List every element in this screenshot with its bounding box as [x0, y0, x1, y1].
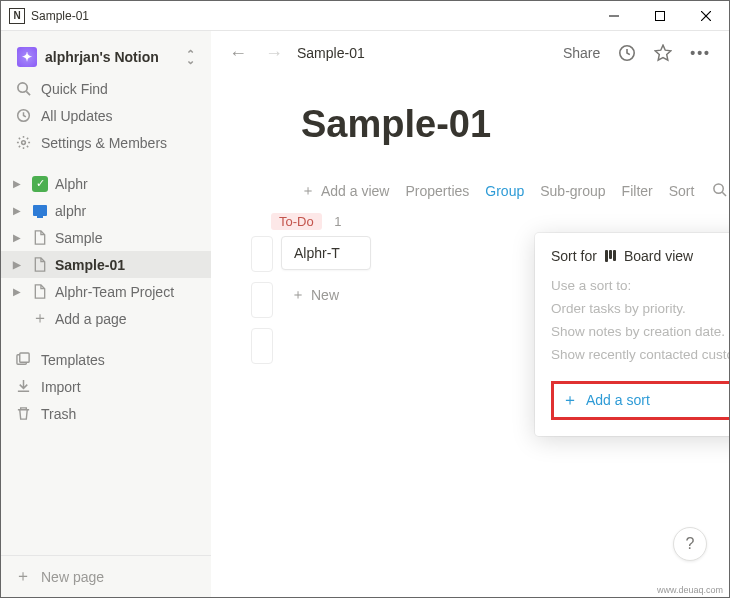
- all-updates[interactable]: All Updates: [1, 102, 211, 129]
- page-label: alphr: [55, 203, 86, 219]
- minimize-button[interactable]: [591, 1, 637, 31]
- page-title[interactable]: Sample-01: [301, 103, 729, 146]
- trash-icon: [15, 406, 31, 421]
- sidebar-page-team-project[interactable]: ▶ Alphr-Team Project: [1, 278, 211, 305]
- sidebar-page-alphr-2[interactable]: ▶ alphr: [1, 197, 211, 224]
- board-card[interactable]: Alphr-T: [281, 236, 371, 270]
- plus-icon: ＋: [562, 390, 578, 411]
- triangle-icon[interactable]: ▶: [13, 232, 25, 243]
- document-icon: [31, 230, 49, 245]
- plus-icon: ＋: [301, 182, 315, 200]
- templates-label: Templates: [41, 352, 105, 368]
- sidebar-page-sample[interactable]: ▶ Sample: [1, 224, 211, 251]
- sort-popover: Sort for Board view ? Use a sort to: Ord…: [535, 233, 730, 436]
- help-fab[interactable]: ?: [673, 527, 707, 561]
- triangle-icon[interactable]: ▶: [13, 259, 25, 270]
- close-button[interactable]: [683, 1, 729, 31]
- workspace-switcher[interactable]: ✦ alphrjan's Notion ⌃⌄: [11, 43, 201, 71]
- board-view-label[interactable]: Board view: [624, 248, 693, 264]
- favorite-icon[interactable]: [650, 40, 676, 66]
- page-label: Sample-01: [55, 257, 125, 273]
- desc-line: Order tasks by priority.: [551, 298, 730, 321]
- sidebar: ✦ alphrjan's Notion ⌃⌄ Quick Find All Up…: [1, 31, 211, 597]
- import[interactable]: Import: [1, 373, 211, 400]
- search-icon: [15, 81, 31, 96]
- sort-description: Use a sort to: Order tasks by priority. …: [551, 275, 730, 367]
- card-placeholder[interactable]: [251, 236, 273, 272]
- desc-line: Use a sort to:: [551, 275, 730, 298]
- workspace-icon: ✦: [17, 47, 37, 67]
- import-label: Import: [41, 379, 81, 395]
- clock-icon: [15, 108, 31, 123]
- topbar: ← → Sample-01 Share •••: [211, 31, 729, 75]
- breadcrumb[interactable]: Sample-01: [297, 45, 365, 61]
- sort-button[interactable]: Sort: [669, 183, 695, 199]
- window-controls: [591, 1, 729, 31]
- quick-find[interactable]: Quick Find: [1, 75, 211, 102]
- window-title: Sample-01: [31, 9, 591, 23]
- updates-icon[interactable]: [614, 40, 640, 66]
- chevron-updown-icon: ⌃⌄: [186, 51, 195, 63]
- column-tag[interactable]: To-Do: [271, 213, 322, 230]
- sidebar-page-sample-01[interactable]: ▶ Sample-01: [1, 251, 211, 278]
- group-button[interactable]: Group: [485, 183, 524, 199]
- add-view-button[interactable]: ＋Add a view: [301, 182, 389, 200]
- check-icon: ✓: [32, 176, 48, 192]
- add-sort-highlight: ＋ Add a sort: [551, 381, 730, 420]
- new-card-button[interactable]: ＋New: [281, 282, 349, 308]
- all-updates-label: All Updates: [41, 108, 113, 124]
- new-card-label: New: [311, 287, 339, 303]
- back-button[interactable]: ←: [225, 41, 251, 66]
- search-icon[interactable]: [712, 182, 727, 200]
- add-page-label: Add a page: [55, 311, 127, 327]
- desc-line: Show recently contacted customers.: [551, 344, 730, 367]
- card-placeholder[interactable]: [251, 282, 273, 318]
- quick-find-label: Quick Find: [41, 81, 108, 97]
- triangle-icon[interactable]: ▶: [13, 205, 25, 216]
- add-sort-label: Add a sort: [586, 392, 650, 408]
- more-icon[interactable]: •••: [686, 41, 715, 65]
- share-button[interactable]: Share: [559, 41, 604, 65]
- settings-label: Settings & Members: [41, 135, 167, 151]
- svg-rect-1: [656, 11, 665, 20]
- workspace-name: alphrjan's Notion: [45, 49, 159, 65]
- page-icon: [31, 205, 49, 216]
- triangle-icon[interactable]: ▶: [13, 178, 25, 189]
- maximize-button[interactable]: [637, 1, 683, 31]
- new-page-label: New page: [41, 569, 104, 585]
- triangle-icon[interactable]: ▶: [13, 286, 25, 297]
- desc-line: Show notes by creation date.: [551, 321, 730, 344]
- trash[interactable]: Trash: [1, 400, 211, 427]
- plus-icon: ＋: [291, 286, 305, 304]
- document-icon: [31, 284, 49, 299]
- page-label: Alphr: [55, 176, 88, 192]
- svg-point-4: [17, 83, 26, 92]
- page-icon: ✓: [31, 176, 49, 192]
- filter-button[interactable]: Filter: [622, 183, 653, 199]
- new-page-button[interactable]: ＋ New page: [1, 555, 211, 597]
- sidebar-page-alphr-1[interactable]: ▶ ✓ Alphr: [1, 170, 211, 197]
- page-label: Alphr-Team Project: [55, 284, 174, 300]
- settings-members[interactable]: Settings & Members: [1, 129, 211, 156]
- window-titlebar: N Sample-01: [1, 1, 729, 31]
- card-placeholder[interactable]: [251, 328, 273, 364]
- viewbar: ＋Add a view Properties Group Sub-group F…: [211, 182, 729, 200]
- sidebar-add-page[interactable]: ▶ ＋ Add a page: [1, 305, 211, 332]
- svg-point-11: [714, 184, 723, 193]
- import-icon: [15, 379, 31, 394]
- plus-icon: ＋: [31, 308, 49, 329]
- notion-app-icon: N: [9, 8, 25, 24]
- document-icon: [31, 257, 49, 272]
- board-icon: [605, 250, 616, 262]
- trash-label: Trash: [41, 406, 76, 422]
- forward-button[interactable]: →: [261, 41, 287, 66]
- subgroup-button[interactable]: Sub-group: [540, 183, 605, 199]
- main-content: ← → Sample-01 Share ••• Sample-01 ＋Add a…: [211, 31, 729, 597]
- gear-icon: [15, 135, 31, 150]
- plus-icon: ＋: [15, 566, 31, 587]
- templates[interactable]: Templates: [1, 346, 211, 373]
- add-view-label: Add a view: [321, 183, 389, 199]
- add-sort-button[interactable]: ＋ Add a sort: [562, 390, 730, 411]
- properties-button[interactable]: Properties: [405, 183, 469, 199]
- monitor-icon: [33, 205, 47, 216]
